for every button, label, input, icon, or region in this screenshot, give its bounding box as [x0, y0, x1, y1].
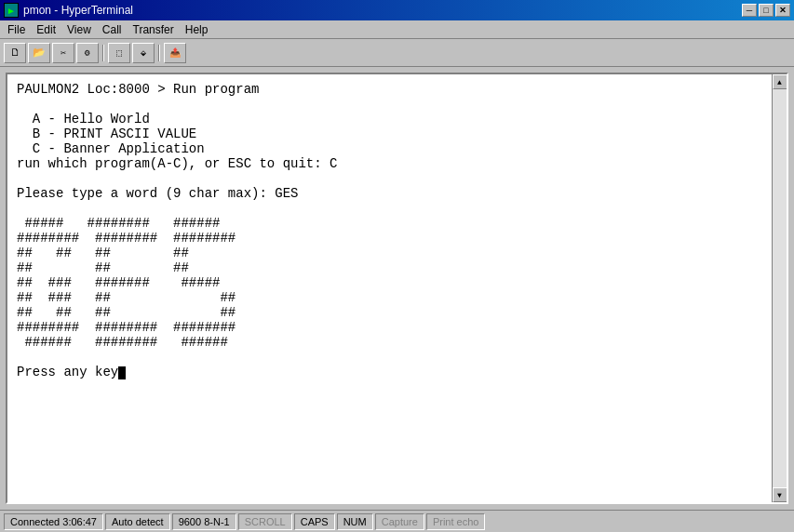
status-caps: CAPS: [294, 513, 335, 530]
toolbar-open-btn[interactable]: 📂: [28, 43, 50, 63]
menu-help[interactable]: Help: [180, 21, 214, 38]
main-area: PAULMON2 Loc:8000 > Run program A - Hell…: [0, 67, 794, 510]
toolbar-paste-btn[interactable]: ⬙: [132, 43, 155, 63]
app-icon: ►: [4, 3, 19, 18]
send-icon: 📤: [169, 47, 181, 59]
close-button[interactable]: ✕: [775, 4, 790, 17]
menu-file[interactable]: File: [2, 21, 31, 38]
menu-edit[interactable]: Edit: [31, 21, 61, 38]
toolbar-new-btn[interactable]: 🗋: [4, 43, 26, 63]
toolbar-send-btn[interactable]: 📤: [164, 43, 186, 63]
toolbar-disconnect-btn[interactable]: ✂: [52, 43, 74, 63]
menu-call[interactable]: Call: [97, 21, 128, 38]
toolbar-copy-btn[interactable]: ⬚: [108, 43, 130, 63]
status-num: NUM: [337, 513, 373, 530]
toolbar-separator-1: [102, 45, 104, 61]
status-scroll: SCROLL: [238, 513, 292, 530]
menu-bar: File Edit View Call Transfer Help: [0, 20, 794, 39]
status-capture: Capture: [375, 513, 424, 530]
maximize-button[interactable]: □: [759, 4, 774, 17]
copy-icon: ⬚: [116, 47, 122, 59]
toolbar-properties-btn[interactable]: ⚙: [76, 43, 99, 63]
title-bar-left: ► pmon - HyperTerminal: [4, 3, 133, 18]
paste-icon: ⬙: [141, 47, 146, 59]
status-connected: Connected 3:06:47: [4, 513, 103, 530]
scrollbar[interactable]: ▲ ▼: [772, 74, 787, 502]
cursor-blink: [118, 366, 126, 379]
properties-icon: ⚙: [85, 47, 90, 59]
menu-view[interactable]: View: [61, 21, 97, 38]
minimize-button[interactable]: ─: [742, 4, 757, 17]
status-auto-detect: Auto detect: [105, 513, 170, 530]
status-print-echo: Print echo: [426, 513, 486, 530]
title-controls: ─ □ ✕: [742, 4, 790, 17]
new-doc-icon: 🗋: [10, 47, 20, 59]
toolbar: 🗋 📂 ✂ ⚙ ⬚ ⬙ 📤: [0, 39, 794, 67]
scroll-track[interactable]: [773, 89, 787, 487]
scroll-up-arrow[interactable]: ▲: [773, 74, 787, 89]
window-title: pmon - HyperTerminal: [23, 4, 133, 17]
title-bar: ► pmon - HyperTerminal ─ □ ✕: [0, 0, 794, 20]
scroll-down-arrow[interactable]: ▼: [773, 487, 787, 502]
status-bar: Connected 3:06:47 Auto detect 9600 8-N-1…: [0, 510, 794, 532]
disconnect-icon: ✂: [61, 47, 66, 59]
open-icon: 📂: [33, 47, 46, 59]
terminal-content[interactable]: PAULMON2 Loc:8000 > Run program A - Hell…: [7, 74, 787, 502]
toolbar-separator-2: [158, 45, 160, 61]
status-baud-rate: 9600 8-N-1: [172, 513, 236, 530]
terminal-window[interactable]: PAULMON2 Loc:8000 > Run program A - Hell…: [6, 73, 788, 504]
menu-transfer[interactable]: Transfer: [128, 21, 180, 38]
